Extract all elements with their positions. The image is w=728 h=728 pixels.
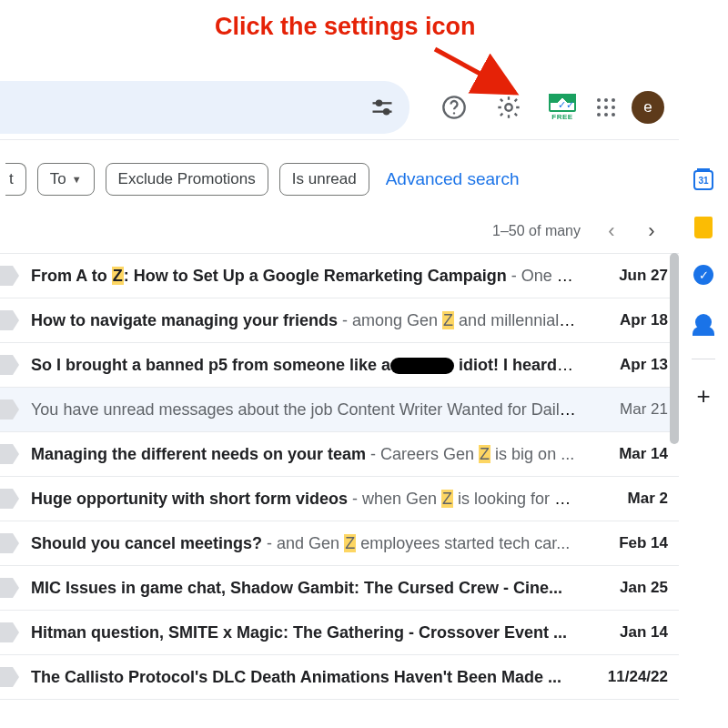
contacts-icon[interactable] (693, 311, 714, 333)
add-addon-button[interactable]: + (693, 385, 714, 407)
svg-line-0 (435, 49, 515, 93)
label-tag-icon[interactable] (0, 489, 13, 509)
filter-chip-truncated[interactable]: t (5, 163, 26, 196)
label-tag-icon[interactable] (0, 444, 13, 464)
scrollbar-thumb[interactable] (670, 253, 679, 444)
chevron-down-icon: ▼ (72, 174, 82, 185)
google-apps-icon[interactable] (597, 98, 615, 116)
svg-point-2 (377, 100, 381, 105)
email-date: Jun 27 (581, 267, 668, 285)
filter-chip-exclude-promotions[interactable]: Exclude Promotions (106, 163, 268, 196)
filter-bar: t To▼ Exclude Promotions Is unread Advan… (0, 155, 679, 204)
advanced-search-link[interactable]: Advanced search (386, 169, 520, 189)
label-tag-icon[interactable] (0, 622, 13, 642)
email-date: Apr 18 (581, 311, 668, 329)
svg-point-6 (453, 112, 455, 114)
side-panel: 31 ✓ + (679, 155, 728, 728)
search-options-icon[interactable] (369, 95, 395, 120)
label-tag-icon[interactable] (0, 355, 13, 375)
prev-page-button[interactable]: ‹ (593, 213, 630, 249)
email-row[interactable]: Should you cancel meetings? - and Gen Z … (0, 521, 679, 566)
pagination-range: 1–50 of many (492, 223, 581, 239)
email-date: Feb 14 (581, 534, 668, 552)
email-row[interactable]: MIC Issues in game chat, Shadow Gambit: … (0, 566, 679, 611)
email-row[interactable]: How to navigate managing your friends - … (0, 298, 679, 343)
label-tag-icon[interactable] (0, 399, 13, 420)
email-date: Mar 14 (581, 445, 668, 463)
email-row[interactable]: From A to Z: How to Set Up a Google Rema… (0, 254, 679, 298)
email-subject-line: Should you cancel meetings? - and Gen Z … (31, 534, 576, 553)
instruction-annotation: Click the settings icon (215, 13, 476, 41)
email-row[interactable]: Managing the different needs on your tea… (0, 432, 679, 477)
email-subject-line: So I brought a banned p5 from someone li… (31, 356, 576, 375)
email-date: Jan 25 (581, 579, 668, 597)
account-avatar[interactable]: e (632, 91, 664, 124)
label-tag-icon[interactable] (0, 266, 13, 286)
label-tag-icon[interactable] (0, 578, 13, 598)
email-date: Mar 2 (581, 490, 668, 508)
email-date: 11/24/22 (581, 668, 668, 686)
email-row[interactable]: So I brought a banned p5 from someone li… (0, 343, 679, 388)
tasks-icon[interactable]: ✓ (693, 264, 714, 286)
email-subject-line: How to navigate managing your friends - … (31, 311, 576, 330)
label-tag-icon[interactable] (0, 533, 13, 553)
email-subject-line: MIC Issues in game chat, Shadow Gambit: … (31, 579, 576, 598)
email-subject-line: You have unread messages about the job C… (31, 400, 576, 420)
email-date: Apr 13 (581, 356, 668, 374)
label-tag-icon[interactable] (0, 310, 13, 330)
filter-chip-to[interactable]: To▼ (37, 163, 95, 196)
pagination-bar: 1–50 of many ‹ › (0, 211, 679, 251)
email-subject-line: Managing the different needs on your tea… (31, 445, 576, 464)
svg-point-4 (384, 109, 389, 114)
redacted-text (390, 358, 454, 374)
email-subject-line: Huge opportunity with short form videos … (31, 490, 576, 509)
calendar-icon[interactable]: 31 (693, 169, 714, 191)
email-date: Mar 21 (581, 400, 668, 419)
main-toolbar: ✓✓ FREE e (0, 75, 679, 140)
search-box[interactable] (0, 81, 410, 134)
email-subject-line: From A to Z: How to Set Up a Google Rema… (31, 267, 576, 286)
email-subject-line: The Callisto Protocol's DLC Death Animat… (31, 668, 576, 687)
email-list: From A to Z: How to Set Up a Google Rema… (0, 253, 679, 728)
next-page-button[interactable]: › (633, 213, 670, 249)
keep-icon[interactable] (693, 217, 714, 238)
email-row[interactable]: The Callisto Protocol's DLC Death Animat… (0, 655, 679, 700)
email-subject-line: Hitman question, SMITE x Magic: The Gath… (31, 623, 576, 642)
side-divider (692, 359, 715, 359)
annotation-arrow (428, 42, 537, 106)
mailtrack-badge[interactable]: ✓✓ FREE (544, 89, 581, 126)
filter-chip-is-unread[interactable]: Is unread (279, 163, 369, 196)
label-tag-icon[interactable] (0, 667, 13, 687)
email-date: Jan 14 (581, 623, 668, 642)
email-row[interactable]: Hitman question, SMITE x Magic: The Gath… (0, 611, 679, 655)
email-row[interactable]: Huge opportunity with short form videos … (0, 477, 679, 521)
email-row[interactable]: You have unread messages about the job C… (0, 388, 679, 432)
